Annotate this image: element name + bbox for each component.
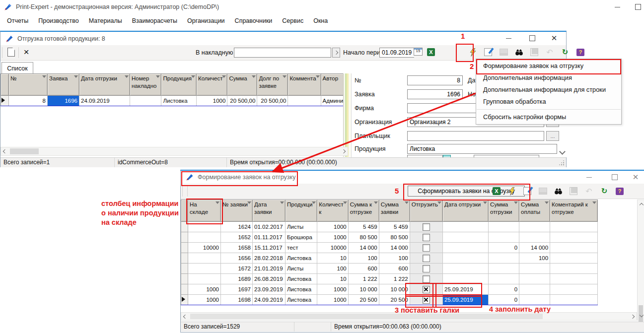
column-header[interactable]: Сумма xyxy=(227,74,257,96)
grid-cell[interactable] xyxy=(550,295,598,305)
filter-dropdown-icon[interactable] xyxy=(42,75,46,78)
grid-cell[interactable] xyxy=(443,243,489,253)
help-book-icon[interactable]: ? xyxy=(575,47,586,58)
grid-cell[interactable] xyxy=(519,232,550,243)
menu-item-group-processing[interactable]: Групповая обработка xyxy=(476,96,621,108)
grid-cell[interactable] xyxy=(489,222,519,232)
scroll-right-icon[interactable] xyxy=(340,147,348,155)
ship-checkbox[interactable] xyxy=(423,223,430,231)
panel-scroll-down-icon[interactable] xyxy=(560,148,565,155)
grid-cell[interactable] xyxy=(519,295,550,305)
grid-cell[interactable] xyxy=(489,253,519,264)
filter-dropdown-icon[interactable] xyxy=(405,201,409,204)
grid-cell[interactable]: 1696 xyxy=(48,96,79,106)
grid-cell[interactable] xyxy=(550,253,598,264)
grid-cell[interactable] xyxy=(443,222,489,232)
refresh-icon[interactable]: ↻ xyxy=(599,186,610,197)
ship-checkbox[interactable] xyxy=(423,255,430,262)
filter-dropdown-icon[interactable] xyxy=(247,201,251,204)
grid-cell[interactable]: 21.01.2019 xyxy=(253,264,286,274)
filter-dropdown-icon[interactable] xyxy=(283,75,286,78)
main-minimize-button[interactable] xyxy=(610,2,625,12)
grid-cell[interactable] xyxy=(550,284,598,295)
grid-cell[interactable]: 8 xyxy=(9,96,48,106)
grid-cell[interactable]: 0 xyxy=(489,284,519,295)
grid-cell[interactable]: 1658 xyxy=(221,243,253,253)
grid-cell[interactable] xyxy=(443,274,489,284)
filter-dropdown-icon[interactable] xyxy=(514,201,518,204)
grid-cell[interactable]: 10 000 xyxy=(348,284,379,295)
grid-cell[interactable]: 1 222 xyxy=(379,274,410,284)
grid-cell[interactable]: 24.09.2019 xyxy=(79,96,130,106)
row-marker[interactable] xyxy=(181,232,188,243)
menu-item-form-shipment-orders[interactable]: Формирование заявок на отгрузку xyxy=(476,60,621,72)
grid-cell[interactable]: 100 xyxy=(379,253,410,264)
grid-cell[interactable]: 600 xyxy=(348,264,379,274)
grid-cell[interactable]: Листовка xyxy=(286,274,317,284)
grid-cell[interactable]: 1689 xyxy=(221,274,253,284)
grid-cell[interactable] xyxy=(519,284,550,295)
menu-directories[interactable]: Справочники xyxy=(230,17,278,24)
formation-maximize-button[interactable] xyxy=(607,172,622,182)
menu-item-additional-info-row[interactable]: Дополнительная информация для строки xyxy=(476,84,621,96)
column-header[interactable]: Сумма заявки xyxy=(379,200,410,222)
column-header[interactable]: Заявка xyxy=(48,74,79,96)
grid-cell[interactable]: 0 xyxy=(489,243,519,253)
grid-cell[interactable]: 1000 xyxy=(317,295,348,305)
ship-checkbox[interactable] xyxy=(423,234,430,241)
column-header[interactable]: Номер накладно xyxy=(130,74,161,96)
ship-checkbox-checked[interactable] xyxy=(423,286,430,293)
filter-dropdown-icon[interactable] xyxy=(280,201,284,204)
column-header[interactable]: № xyxy=(9,74,48,96)
grid-cell[interactable] xyxy=(410,243,442,253)
column-header[interactable]: Дата заявки xyxy=(253,200,286,222)
scroll-right-icon[interactable] xyxy=(629,313,637,321)
grid-cell[interactable] xyxy=(550,243,598,253)
grid-cell[interactable] xyxy=(410,222,442,232)
filter-dropdown-icon[interactable] xyxy=(437,201,441,204)
grid-cell[interactable]: Листы xyxy=(286,222,317,232)
scroll-down-icon[interactable] xyxy=(638,311,644,319)
excel-export-icon[interactable]: X xyxy=(491,186,502,197)
grid-cell[interactable]: 5 459 xyxy=(379,222,410,232)
product-field[interactable] xyxy=(407,144,557,154)
grid-cell[interactable] xyxy=(410,253,442,264)
scroll-thumb[interactable] xyxy=(10,148,39,154)
filter-dropdown-icon[interactable] xyxy=(215,201,219,204)
menu-materials[interactable]: Материалы xyxy=(84,17,127,24)
grid-cell[interactable]: 1000 xyxy=(317,222,348,232)
new-record-icon[interactable] xyxy=(5,47,16,58)
filter-dropdown-icon[interactable] xyxy=(343,201,347,204)
grid-cell[interactable] xyxy=(443,232,489,243)
filter-dropdown-icon[interactable] xyxy=(74,75,78,78)
grid-cell[interactable]: 1000 xyxy=(317,284,348,295)
grid-cell[interactable]: 100 xyxy=(348,253,379,264)
grid-cell[interactable]: 1624 xyxy=(221,222,253,232)
grid-cell[interactable]: 24.09.2019 xyxy=(253,295,286,305)
invoice-input[interactable] xyxy=(234,48,331,58)
grid-cell[interactable]: 15.11.2017 xyxy=(253,243,286,253)
column-header[interactable]: Продукция xyxy=(161,74,197,96)
grid-cell[interactable]: Листы xyxy=(286,264,317,274)
grid-cell[interactable] xyxy=(550,274,598,284)
grid-cell[interactable] xyxy=(130,96,161,106)
grid-cell[interactable]: 10 xyxy=(317,253,348,264)
scroll-left-icon[interactable] xyxy=(181,313,189,321)
column-header[interactable]: Продукци xyxy=(286,200,317,222)
order-field[interactable] xyxy=(407,89,463,99)
grid-cell[interactable]: 10000 xyxy=(317,243,348,253)
grid-cell[interactable]: 1652 xyxy=(221,232,253,243)
formation-close-button[interactable]: ✕ xyxy=(628,172,643,182)
scroll-thumb[interactable] xyxy=(190,314,543,319)
row-marker[interactable] xyxy=(181,222,188,232)
grid-cell[interactable]: 14 000 xyxy=(348,243,379,253)
calendar-icon[interactable]: 15 xyxy=(414,48,423,56)
menu-reports[interactable]: Отчеты xyxy=(2,17,33,24)
column-header[interactable]: Отгрузить xyxy=(410,200,442,222)
grid-cell[interactable]: 20 500 xyxy=(379,295,410,305)
filter-dropdown-icon[interactable] xyxy=(222,75,226,78)
grid-cell[interactable]: 01.11.2017 xyxy=(253,232,286,243)
grid-cell[interactable]: 1000 xyxy=(197,96,227,106)
column-header[interactable]: № заявки xyxy=(221,200,253,222)
ship-checkbox[interactable] xyxy=(423,275,430,283)
